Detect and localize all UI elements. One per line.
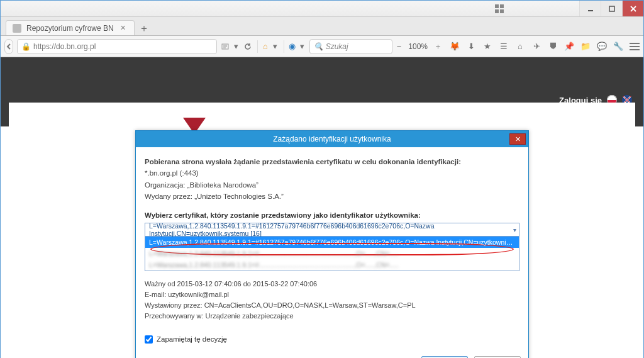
home-dropdown[interactable]: ▾	[272, 40, 279, 53]
new-tab-button[interactable]: ＋	[137, 21, 151, 35]
combobox-value: L=Warszawa,1.2.840.113549.1.9.1=#1612757…	[149, 222, 508, 237]
dialog-line-2: *.bn.org.pl (:443)	[145, 167, 519, 179]
pin-icon[interactable]: 📌	[564, 42, 574, 52]
detail-storage: Przechowywany w: Urządzenie zabezpieczaj…	[145, 311, 519, 322]
tiles-icon	[495, 4, 504, 13]
search-placeholder: Szukaj	[326, 42, 348, 51]
certificate-details: Ważny od 2015-03-12 07:40:06 do 2015-03-…	[145, 279, 519, 322]
dropdown-option-blurred[interactable]: L=Warszawa,1.2.840.113549.1.9.1=#.......…	[145, 248, 519, 259]
dialog-info-text: Pobierana strona wysłała żądanie przedst…	[145, 156, 519, 203]
remember-checkbox[interactable]	[145, 335, 153, 344]
dialog-titlebar: Zażądano identyfikacji użytkownika ✕	[136, 131, 528, 147]
extension-icon-1[interactable]: 🦊	[450, 42, 460, 52]
close-icon	[630, 5, 637, 13]
window-maximize-button[interactable]	[601, 1, 622, 16]
svg-rect-1	[609, 6, 614, 11]
dialog-line-3: Organizacja: „Biblioteka Narodowa”	[145, 179, 519, 191]
dropdown-option-selected[interactable]: L=Warszawa,1.2.840.113549.1.9.1=#1612757…	[145, 237, 519, 248]
dialog-body: Pobierana strona wysłała żądanie przedst…	[136, 147, 528, 350]
dialog-close-button[interactable]: ✕	[509, 133, 526, 145]
certificate-dropdown: L=Warszawa,1.2.840.113549.1.9.1=#1612757…	[145, 237, 519, 271]
download-icon[interactable]: ⬇	[466, 42, 476, 52]
browser-window: Repozytorium cyfrowe BN ✕ ＋ 🔒 https://do…	[0, 0, 644, 358]
search-bar[interactable]: 🔍 Szukaj	[309, 39, 392, 54]
tab-close-button[interactable]: ✕	[119, 24, 128, 33]
zoom-out-button[interactable]: −	[396, 40, 402, 53]
zoom-level: 100%	[406, 42, 430, 51]
reload-icon	[243, 42, 252, 51]
minimize-icon	[587, 5, 594, 13]
window-minimize-button[interactable]	[579, 1, 601, 16]
reader-mode-button[interactable]	[221, 40, 230, 53]
search-icon: 🔍	[314, 42, 323, 51]
certificate-combobox[interactable]: L=Warszawa,1.2.840.113549.1.9.1=#1612757…	[145, 223, 519, 237]
dropdown-history-button[interactable]: ▾	[233, 40, 240, 53]
detail-email: E-mail: uzytkownik@mail.pl	[145, 289, 519, 300]
globe-dropdown[interactable]: ▾	[299, 40, 306, 53]
detail-issuer: Wystawiony przez: CN=AcaClientsCA,OU=DRO…	[145, 300, 519, 311]
certificate-select-label: Wybierz certyfikat, który zostanie przed…	[145, 211, 519, 219]
lock-icon: 🔒	[21, 42, 31, 51]
remember-decision-row[interactable]: Zapamiętaj tę decyzję	[145, 335, 519, 344]
certificate-combo-wrap: L=Warszawa,1.2.840.113549.1.9.1=#1612757…	[145, 223, 519, 271]
reload-button[interactable]	[243, 40, 252, 53]
dialog-title: Zażądano identyfikacji użytkownika	[273, 135, 391, 143]
chevron-down-icon: ▾	[513, 226, 516, 233]
back-button[interactable]	[4, 39, 13, 54]
shield-icon[interactable]: ⛊	[548, 42, 558, 52]
detail-valid: Ważny od 2015-03-12 07:40:06 do 2015-03-…	[145, 279, 519, 289]
dialog-button-row: OK Anuluj	[136, 350, 528, 358]
zoom-in-button[interactable]: ＋	[434, 40, 442, 53]
browser-tab[interactable]: Repozytorium cyfrowe BN ✕	[6, 20, 135, 35]
tab-strip: Repozytorium cyfrowe BN ✕ ＋	[1, 17, 643, 36]
dropdown-option-blurred[interactable]: L=Warszawa,1.2.840.113549.1.9.1=#.......…	[145, 259, 519, 271]
wrench-icon[interactable]: 🔧	[613, 42, 623, 52]
remember-label: Zapamiętaj tę decyzję	[157, 335, 227, 343]
dialog-line-1: Pobierana strona wysłała żądanie przedst…	[145, 156, 519, 167]
tab-title: Repozytorium cyfrowe BN	[26, 24, 114, 33]
favicon-icon	[13, 24, 21, 33]
bookmark-star-icon[interactable]: ★	[482, 42, 492, 52]
library-icon[interactable]: ☰	[499, 42, 509, 52]
certificate-dialog: Zażądano identyfikacji użytkownika ✕ Pob…	[135, 130, 529, 358]
window-titlebar	[1, 1, 643, 17]
toolbar-extensions: 🦊 ⬇ ★ ☰ ⌂ ✈ ⛊ 📌 📁 💬 🔧	[450, 42, 640, 52]
home-icon[interactable]: ⌂	[515, 42, 525, 52]
browser-toolbar: 🔒 https://do.bn.org.pl ▾ ⌂ ▾ ◉ ▾ 🔍 Szuka…	[1, 36, 643, 57]
page-viewport: Zaloguj się Zażądano identyfikacji użytk…	[1, 57, 643, 358]
reader-icon	[221, 42, 230, 51]
address-bar[interactable]: 🔒 https://do.bn.org.pl	[17, 39, 217, 54]
arrow-left-icon	[5, 43, 13, 50]
url-text: https://do.bn.org.pl	[33, 42, 213, 51]
maximize-icon	[608, 5, 616, 13]
chat-icon[interactable]: 💬	[597, 42, 607, 52]
send-icon[interactable]: ✈	[531, 42, 541, 52]
globe-button[interactable]: ◉	[289, 40, 296, 53]
hamburger-icon	[630, 43, 640, 50]
dialog-line-4: Wydany przez: „Unizeto Technologies S.A.…	[145, 191, 519, 202]
folder-icon[interactable]: 📁	[580, 42, 591, 52]
home-button[interactable]: ⌂	[262, 40, 269, 53]
app-menu-button[interactable]	[630, 42, 640, 52]
window-close-button[interactable]	[622, 1, 643, 16]
